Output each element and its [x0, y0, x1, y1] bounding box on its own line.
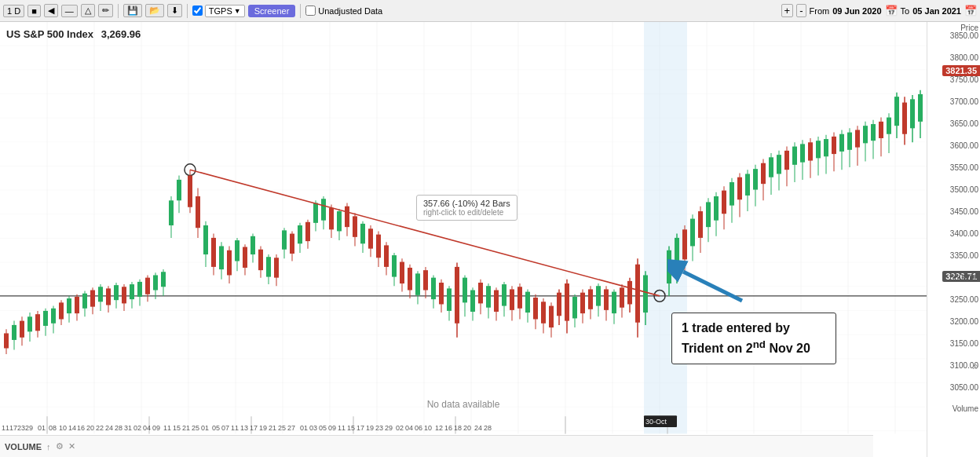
svg-rect-129	[415, 273, 420, 294]
download-button[interactable]: ⬇	[167, 4, 182, 17]
svg-text:03: 03	[309, 424, 317, 432]
svg-text:20: 20	[86, 424, 94, 432]
svg-rect-215	[761, 163, 766, 184]
unadjusted-checkbox[interactable]	[305, 5, 316, 16]
svg-text:19: 19	[259, 424, 267, 432]
svg-rect-54	[122, 287, 126, 303]
svg-rect-203	[714, 196, 719, 221]
svg-rect-107	[329, 208, 334, 229]
svg-rect-187	[643, 275, 648, 313]
svg-rect-247	[887, 118, 891, 134]
area-button[interactable]: △	[81, 4, 95, 17]
tgps-checkbox[interactable]	[192, 5, 203, 16]
annotation-box: 1 trade entered by Trident on 2nd Nov 20	[671, 313, 836, 364]
svg-text:17: 17	[250, 424, 258, 432]
svg-line-323	[683, 272, 742, 301]
zoom-out-button[interactable]: -	[796, 4, 806, 17]
volume-bar: VOLUME ↑ ⚙ ✕	[0, 435, 873, 457]
svg-rect-115	[360, 224, 365, 243]
svg-rect-199	[698, 211, 703, 238]
svg-rect-141	[463, 278, 467, 303]
no-data-label: No data available	[427, 399, 500, 410]
svg-rect-125	[400, 262, 404, 283]
svg-rect-117	[368, 228, 373, 248]
from-date: 09 Jun 2020	[832, 6, 881, 16]
screener-button[interactable]: Screener	[248, 5, 296, 17]
svg-text:20: 20	[463, 424, 471, 432]
svg-rect-163	[549, 306, 554, 327]
svg-rect-103	[313, 203, 318, 222]
svg-rect-231	[824, 139, 828, 156]
svg-text:21: 21	[182, 424, 190, 432]
svg-rect-175	[596, 286, 601, 305]
tgps-dropdown-arrow: ▼	[234, 7, 241, 15]
price-3850: 3850.00	[950, 31, 978, 40]
svg-rect-36	[51, 309, 56, 324]
svg-text:30-Oct: 30-Oct	[645, 417, 667, 425]
timeframe-button[interactable]: 1 D	[3, 5, 24, 17]
svg-rect-217	[769, 157, 773, 177]
svg-rect-32	[35, 314, 40, 331]
svg-rect-159	[533, 298, 538, 319]
svg-text:17: 17	[357, 424, 364, 432]
svg-text:07: 07	[221, 424, 229, 432]
svg-rect-64	[161, 272, 166, 287]
svg-rect-149	[494, 290, 499, 311]
line-button[interactable]: ―	[61, 5, 78, 17]
svg-rect-249	[894, 97, 899, 126]
svg-text:12: 12	[435, 424, 443, 432]
from-label: From	[810, 6, 830, 16]
candle-button[interactable]: ◀	[44, 4, 58, 17]
save-button[interactable]: 💾	[123, 4, 142, 17]
svg-rect-71	[188, 176, 192, 207]
separator-1	[118, 4, 119, 18]
svg-rect-28	[20, 321, 24, 338]
svg-rect-85	[243, 247, 247, 268]
svg-rect-209	[737, 177, 742, 200]
price-3250: 3250.00	[950, 295, 978, 304]
price-3600: 3600.00	[950, 141, 978, 150]
draw-button[interactable]: ✏	[98, 4, 113, 17]
chart-svg[interactable]: 11 17 23 29 01 08 10 14 16 20 22 24 28 3…	[0, 22, 927, 457]
svg-rect-173	[588, 289, 593, 309]
price-axis-volume-label: Volume	[953, 404, 978, 413]
svg-rect-93	[274, 258, 279, 277]
svg-text:04: 04	[405, 424, 413, 432]
calendar-icon-to[interactable]: 📅	[964, 5, 977, 16]
svg-text:11: 11	[2, 424, 9, 432]
svg-rect-171	[580, 293, 585, 313]
svg-rect-133	[431, 278, 436, 299]
svg-rect-165	[557, 293, 561, 316]
svg-text:22: 22	[96, 424, 104, 432]
svg-text:11: 11	[163, 424, 171, 432]
svg-rect-109	[337, 211, 342, 231]
svg-rect-145	[478, 283, 483, 303]
separator-3	[300, 4, 301, 18]
svg-text:09: 09	[328, 424, 336, 432]
svg-text:06: 06	[415, 424, 422, 432]
svg-rect-46	[90, 290, 95, 306]
expand-icon[interactable]: »	[972, 360, 978, 372]
load-button[interactable]: 📂	[145, 4, 164, 17]
svg-rect-157	[525, 292, 530, 313]
price-3050: 3050.00	[950, 383, 978, 392]
svg-text:11: 11	[231, 424, 239, 432]
calendar-icon-from[interactable]: 📅	[885, 5, 898, 16]
svg-text:16: 16	[444, 424, 452, 432]
svg-rect-60	[145, 278, 150, 294]
svg-text:15: 15	[173, 424, 181, 432]
zoom-in-button[interactable]: +	[781, 4, 794, 17]
bar-chart-button[interactable]: ■	[27, 5, 41, 17]
svg-rect-121	[384, 245, 389, 266]
tgps-dropdown[interactable]: TGPS ▼	[205, 5, 245, 17]
svg-rect-48	[98, 287, 103, 302]
svg-text:04: 04	[143, 424, 151, 432]
volume-close-icon[interactable]: ✕	[68, 441, 75, 452]
svg-rect-151	[502, 284, 506, 305]
volume-settings-icon[interactable]: ⚙	[56, 441, 64, 452]
blue-arrow	[667, 250, 746, 313]
svg-rect-207	[730, 182, 734, 206]
volume-label: VOLUME	[5, 442, 42, 452]
price-3350: 3350.00	[950, 251, 978, 260]
volume-up-icon[interactable]: ↑	[46, 442, 51, 452]
